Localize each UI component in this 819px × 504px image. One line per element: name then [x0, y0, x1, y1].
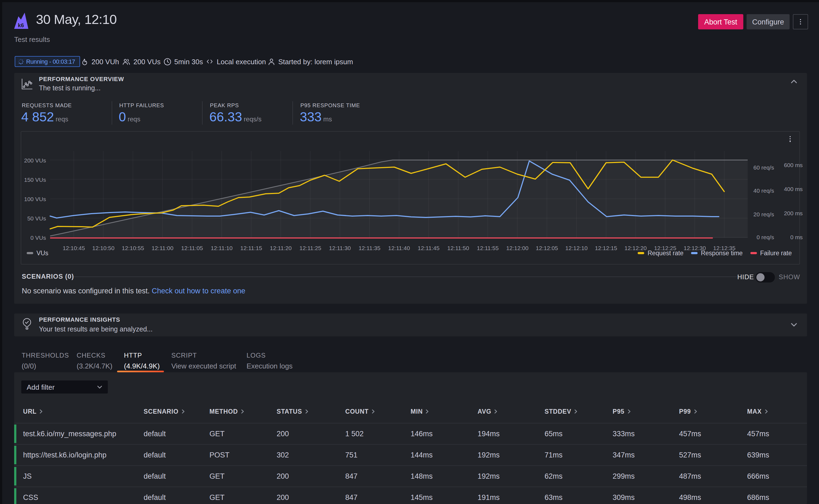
svg-text:12:11:40: 12:11:40: [388, 245, 410, 251]
svg-text:0 req/s: 0 req/s: [757, 234, 774, 240]
svg-text:40 req/s: 40 req/s: [753, 188, 774, 194]
svg-text:200 VUs: 200 VUs: [24, 157, 46, 164]
svg-text:20 req/s: 20 req/s: [753, 211, 774, 217]
svg-text:12:11:15: 12:11:15: [240, 245, 262, 251]
svg-text:12:11:55: 12:11:55: [477, 245, 499, 251]
svg-text:150 VUs: 150 VUs: [24, 177, 46, 183]
svg-text:12:12:15: 12:12:15: [595, 245, 617, 251]
svg-text:12:11:25: 12:11:25: [299, 245, 321, 251]
svg-text:60 req/s: 60 req/s: [753, 164, 774, 171]
svg-text:12:10:50: 12:10:50: [92, 245, 115, 251]
svg-text:0 ms: 0 ms: [790, 234, 803, 240]
svg-text:12:10:45: 12:10:45: [63, 245, 85, 251]
svg-text:12:11:50: 12:11:50: [447, 245, 469, 251]
svg-text:12:11:10: 12:11:10: [211, 245, 232, 251]
svg-text:k6: k6: [18, 22, 24, 28]
svg-text:12:11:00: 12:11:00: [152, 245, 173, 251]
svg-text:12:11:05: 12:11:05: [181, 245, 203, 251]
svg-text:200 ms: 200 ms: [784, 210, 803, 216]
svg-text:600 ms: 600 ms: [784, 162, 803, 168]
svg-text:12:11:45: 12:11:45: [418, 245, 440, 251]
svg-text:12:10:55: 12:10:55: [122, 245, 144, 251]
svg-text:12:11:20: 12:11:20: [270, 245, 291, 251]
svg-text:12:11:30: 12:11:30: [329, 245, 351, 251]
svg-text:12:12:00: 12:12:00: [506, 245, 529, 251]
svg-text:50 VUs: 50 VUs: [27, 215, 46, 222]
svg-text:400 ms: 400 ms: [784, 186, 803, 192]
svg-text:100 VUs: 100 VUs: [24, 196, 46, 202]
svg-text:12:11:35: 12:11:35: [358, 245, 380, 251]
svg-text:0 VUs: 0 VUs: [30, 235, 46, 241]
svg-text:12:12:05: 12:12:05: [536, 245, 558, 251]
svg-text:12:12:10: 12:12:10: [565, 245, 588, 251]
